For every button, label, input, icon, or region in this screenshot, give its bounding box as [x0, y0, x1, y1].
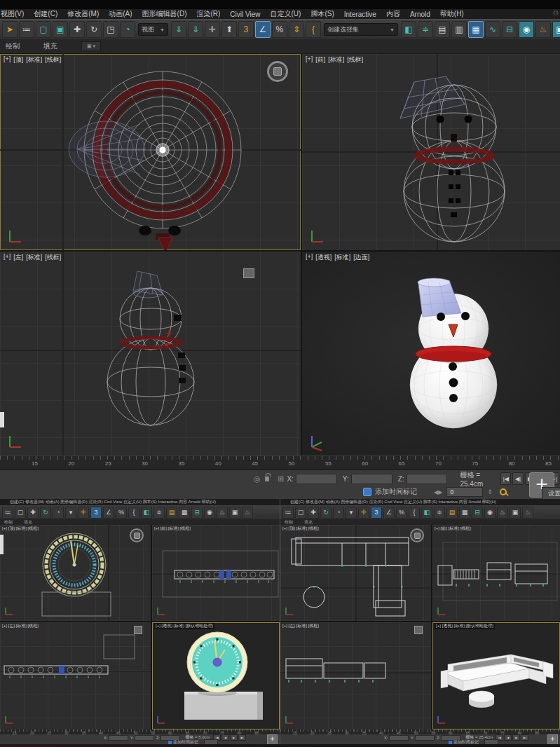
toolbar-icon[interactable]: ▦	[179, 507, 190, 519]
rectangular-selection-region-icon[interactable]: ▢	[36, 21, 51, 38]
frame-spinner-icon[interactable]: ⇕	[487, 488, 493, 495]
viewport-label-segment[interactable]: [左]	[13, 253, 23, 262]
toolbar-icon[interactable]: %	[116, 507, 127, 519]
current-frame-field[interactable]	[204, 739, 218, 744]
viewport-front[interactable]: [+][前][标准][线框]	[302, 54, 560, 250]
ribbon-tab-fill[interactable]: 填充	[43, 41, 57, 51]
menu-item[interactable]: 自定义(U)	[266, 9, 306, 19]
viewport-left[interactable]: [+][左][标准][线框]	[0, 252, 301, 455]
toolbar-icon[interactable]: ≔	[2, 507, 13, 519]
viewport-label-segment[interactable]: [标准]	[26, 55, 42, 64]
viewport-label[interactable]: [+] [透视] [标准] [默认明暗处理]	[435, 623, 495, 629]
toolbar-icon[interactable]: {	[128, 507, 139, 519]
toolbar-icon[interactable]: ↻	[40, 507, 51, 519]
toolbar-icon[interactable]: 3	[90, 507, 102, 519]
spinner-snap-icon[interactable]: ⇕	[289, 21, 304, 38]
timeline-ruler[interactable]: 152025303540455055606570758085	[280, 729, 560, 734]
viewport-nav-plus-button[interactable]: +	[267, 734, 278, 744]
curve-editor-icon[interactable]: ∿	[485, 21, 500, 38]
toolbar-icon[interactable]: ▾	[346, 507, 357, 519]
toolbar-icon[interactable]: ▤	[166, 507, 177, 519]
toolbar-icon[interactable]: ▣	[229, 507, 240, 519]
viewport-label-segment[interactable]: [边面]	[353, 253, 369, 262]
select-and-move-icon[interactable]: ✚	[69, 21, 85, 38]
viewport-label-segment[interactable]: [+]	[4, 55, 11, 64]
menu-item[interactable]: 渲染(R)	[191, 9, 225, 19]
viewport-perspective[interactable]: [+] [透视] [标准] [默认明暗处理]	[152, 622, 280, 729]
viewport-label[interactable]: [+] [前] [标准] [线框]	[435, 526, 471, 532]
schematic-view-icon[interactable]: ⊟	[502, 21, 517, 38]
viewport-label-segment[interactable]: [顶]	[13, 55, 23, 64]
user-account-icon[interactable]: ⚇	[553, 10, 559, 17]
menu-bar[interactable]: 创建(C) 修改器(M) 动画(A) 图形编辑器(D) 渲染(R) Civil …	[0, 499, 280, 505]
rendered-frame-window-icon[interactable]: ▣	[552, 21, 560, 38]
isolate-selection-icon[interactable]: ◎	[254, 474, 261, 484]
toggle-ribbon-icon[interactable]: ▦	[468, 21, 484, 38]
toolbar-icon[interactable]: ◧	[421, 507, 432, 519]
viewport-label-segment[interactable]: [线框]	[45, 55, 61, 64]
previous-frame-button[interactable]: ◀|	[512, 472, 523, 485]
viewport-perspective[interactable]: [+][透视][标准][边面]	[302, 252, 560, 455]
viewport-nav-gizmo[interactable]	[410, 528, 424, 542]
viewport-left[interactable]: [+] [左] [标准] [线框]	[280, 622, 431, 729]
viewport-nav-gizmo[interactable]	[414, 626, 423, 634]
toolbar-icon[interactable]: ⊟	[472, 507, 483, 519]
toolbar-icon[interactable]: ▦	[459, 507, 470, 519]
toolbar-icon[interactable]: ▾	[65, 507, 76, 519]
select-and-rotate-icon[interactable]: ↻	[86, 21, 102, 38]
select-and-manipulate-icon[interactable]: ✛	[205, 21, 220, 38]
menu-item[interactable]: Civil View	[225, 11, 265, 18]
toggle-scene-explorer-icon[interactable]: ▤	[435, 21, 450, 38]
current-frame-field[interactable]: 0	[446, 487, 483, 497]
time-tag-icon[interactable]	[363, 488, 371, 496]
toolbar-icon[interactable]: ✚	[308, 507, 319, 519]
align-icon[interactable]: ≑	[418, 21, 433, 38]
viewport-label[interactable]: [+] [前] [标准] [线框]	[154, 526, 191, 532]
time-tag-icon[interactable]	[449, 741, 452, 744]
toolbar-icon[interactable]: ◧	[141, 507, 152, 519]
viewport-nav-gizmo[interactable]	[267, 61, 288, 82]
viewport-top[interactable]: [+][顶][标准][线框]	[0, 54, 301, 250]
viewport-label[interactable]: [+] [顶] [标准] [线框]	[2, 526, 39, 532]
viewport-label-segment[interactable]: [标准]	[26, 253, 42, 262]
selection-region-paint-icon[interactable]: ▣	[53, 21, 68, 38]
viewport-label-segment[interactable]: [透视]	[315, 253, 332, 262]
percent-snap-icon[interactable]: %	[272, 21, 287, 38]
angle-snap-icon[interactable]: ∠	[255, 21, 271, 38]
viewport-top[interactable]: [+] [顶] [标准] [线框]	[280, 525, 431, 621]
add-time-tag-label[interactable]: 添加时间标记	[173, 739, 198, 745]
menu-item[interactable]: 脚本(S)	[306, 9, 339, 19]
toolbar-icon[interactable]: 3	[371, 507, 382, 519]
mirror-icon[interactable]: ◧	[401, 21, 416, 38]
key-filters-icon[interactable]	[500, 488, 507, 495]
menu-item[interactable]: Interactive	[339, 11, 381, 18]
viewport-nav-gizmo[interactable]	[134, 626, 142, 634]
material-editor-icon[interactable]: ◉	[519, 21, 534, 38]
menu-item[interactable]: 图形编辑器(D)	[137, 9, 192, 19]
use-pivot-point-center-icon[interactable]: ⇓	[171, 21, 186, 38]
viewport-label-segment[interactable]: [标准]	[328, 55, 344, 64]
toolbar-icon[interactable]: ♨	[217, 507, 228, 519]
toolbar-icon[interactable]: ↻	[320, 507, 332, 519]
viewport-nav-plus-button[interactable]: +	[547, 734, 558, 744]
named-selection-sets-dropdown[interactable]: 创建选择集▼	[324, 23, 398, 36]
viewport-label[interactable]: [+] [左] [标准] [线框]	[282, 623, 319, 629]
viewport-label-segment[interactable]: [前]	[315, 55, 325, 64]
toolbar-icon[interactable]: ◔	[53, 507, 64, 519]
time-tag-icon[interactable]	[168, 741, 172, 744]
toolbar-icon[interactable]: {	[409, 507, 420, 519]
viewport-nav-gizmo[interactable]	[130, 528, 144, 542]
toolbar-icon[interactable]: ▢	[295, 507, 306, 519]
menu-item[interactable]: 帮助(H)	[435, 9, 469, 19]
edit-named-selection-sets-icon[interactable]: {	[306, 21, 321, 38]
menu-item[interactable]: 修改器(M)	[62, 9, 104, 19]
viewport-left[interactable]: [+] [左] [标准] [线框]	[0, 622, 151, 729]
viewport-perspective[interactable]: [+] [透视] [标准] [默认明暗处理]	[432, 622, 560, 729]
menu-item[interactable]: 动画(A)	[104, 9, 137, 19]
toggle-layer-explorer-icon[interactable]: ▥	[451, 21, 467, 38]
ribbon-tab-paint[interactable]: 绘制	[6, 41, 20, 51]
menu-item[interactable]: 视图(V)	[0, 9, 29, 19]
toolbar-icon[interactable]: ♨	[242, 507, 253, 519]
select-object-icon[interactable]: ➤	[2, 21, 18, 38]
selection-lock-icon[interactable]	[265, 477, 270, 481]
